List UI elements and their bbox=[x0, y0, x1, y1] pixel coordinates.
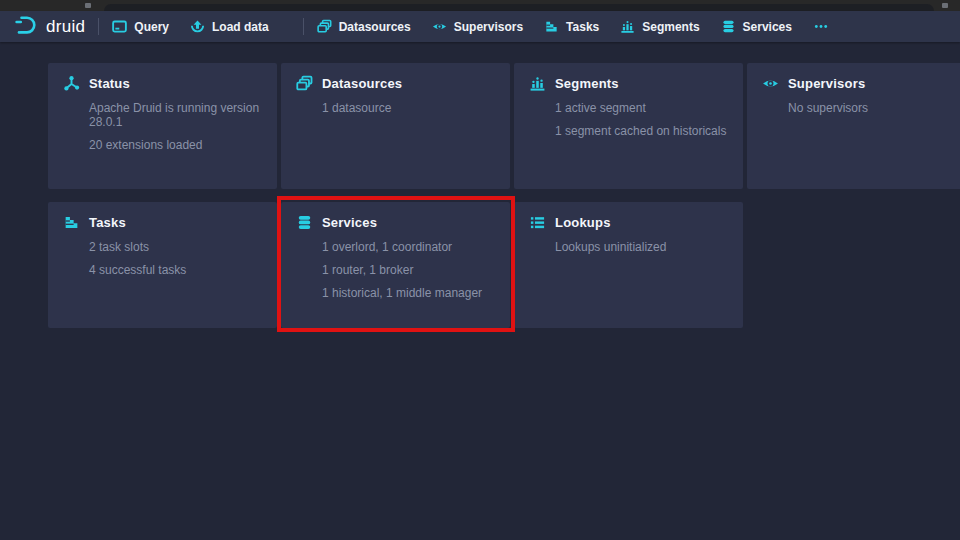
card-tasks[interactable]: Tasks 2 task slots 4 successful tasks bbox=[48, 202, 277, 328]
home-view: Status Apache Druid is running version 2… bbox=[0, 42, 960, 540]
nav-item-segments[interactable]: Segments bbox=[620, 19, 699, 34]
nav-item-label: Supervisors bbox=[454, 20, 523, 34]
card-detail: 1 segment cached on historicals bbox=[555, 124, 728, 138]
nav-item-label: Segments bbox=[642, 20, 699, 34]
card-title: Status bbox=[89, 76, 130, 91]
gantt-icon bbox=[63, 214, 80, 231]
card-supervisors[interactable]: Supervisors No supervisors bbox=[747, 63, 960, 189]
eye-icon bbox=[762, 75, 779, 92]
card-title: Lookups bbox=[555, 215, 611, 230]
properties-icon bbox=[529, 214, 546, 231]
navbar: druid Query Load data Da bbox=[0, 11, 960, 42]
card-services[interactable]: Services 1 overlord, 1 coordinator 1 rou… bbox=[281, 202, 510, 328]
nav-item-load-data[interactable]: Load data bbox=[190, 19, 269, 34]
card-lookups[interactable]: Lookups Lookups uninitialized bbox=[514, 202, 743, 328]
card-detail: No supervisors bbox=[788, 101, 960, 115]
nav-item-datasources[interactable]: Datasources bbox=[317, 19, 411, 34]
card-detail: Apache Druid is running version 28.0.1 bbox=[89, 101, 262, 129]
bar-chart-icon bbox=[620, 19, 635, 34]
card-detail: 1 router, 1 broker bbox=[322, 263, 495, 277]
card-title: Tasks bbox=[89, 215, 126, 230]
gantt-icon bbox=[544, 19, 559, 34]
druid-logo-text: druid bbox=[46, 17, 85, 37]
card-grid: Status Apache Druid is running version 2… bbox=[0, 42, 960, 328]
card-title: Services bbox=[322, 215, 377, 230]
card-status[interactable]: Status Apache Druid is running version 2… bbox=[48, 63, 277, 189]
card-detail: 4 successful tasks bbox=[89, 263, 262, 277]
layers-icon bbox=[296, 75, 313, 92]
navbar-divider bbox=[98, 18, 99, 35]
card-segments[interactable]: Segments 1 active segment 1 segment cach… bbox=[514, 63, 743, 189]
cloud-upload-icon bbox=[190, 19, 205, 34]
nav-item-label: Load data bbox=[212, 20, 269, 34]
card-detail: 2 task slots bbox=[89, 240, 262, 254]
browser-extension-icon bbox=[85, 3, 91, 8]
nav-more-button[interactable] bbox=[813, 19, 829, 34]
card-detail: 20 extensions loaded bbox=[89, 138, 262, 152]
nav-item-supervisors[interactable]: Supervisors bbox=[432, 19, 523, 34]
druid-logo[interactable]: druid bbox=[14, 14, 85, 40]
nav-item-label: Query bbox=[134, 20, 169, 34]
console-icon bbox=[112, 19, 127, 34]
card-datasources[interactable]: Datasources 1 datasource bbox=[281, 63, 510, 189]
more-ellipsis-icon bbox=[813, 19, 829, 34]
card-detail: 1 active segment bbox=[555, 101, 728, 115]
bar-chart-icon bbox=[529, 75, 546, 92]
card-detail: 1 overlord, 1 coordinator bbox=[322, 240, 495, 254]
database-icon bbox=[721, 19, 736, 34]
card-detail: 1 datasource bbox=[322, 101, 495, 115]
card-detail: 1 historical, 1 middle manager bbox=[322, 286, 495, 300]
nav-item-tasks[interactable]: Tasks bbox=[544, 19, 599, 34]
nav-item-label: Tasks bbox=[566, 20, 599, 34]
nav-item-label: Services bbox=[743, 20, 792, 34]
nav-item-query[interactable]: Query bbox=[112, 19, 169, 34]
database-icon bbox=[296, 214, 313, 231]
eye-icon bbox=[432, 19, 447, 34]
druid-logo-icon bbox=[14, 14, 40, 40]
card-title: Datasources bbox=[322, 76, 402, 91]
nav-item-services[interactable]: Services bbox=[721, 19, 792, 34]
card-detail: Lookups uninitialized bbox=[555, 240, 728, 254]
nav-item-label: Datasources bbox=[339, 20, 411, 34]
browser-chrome-strip bbox=[0, 0, 960, 11]
navbar-divider bbox=[303, 18, 304, 35]
graph-icon bbox=[63, 75, 80, 92]
card-title: Supervisors bbox=[788, 76, 865, 91]
layers-icon bbox=[317, 19, 332, 34]
card-title: Segments bbox=[555, 76, 619, 91]
browser-menu-icon bbox=[942, 3, 948, 8]
